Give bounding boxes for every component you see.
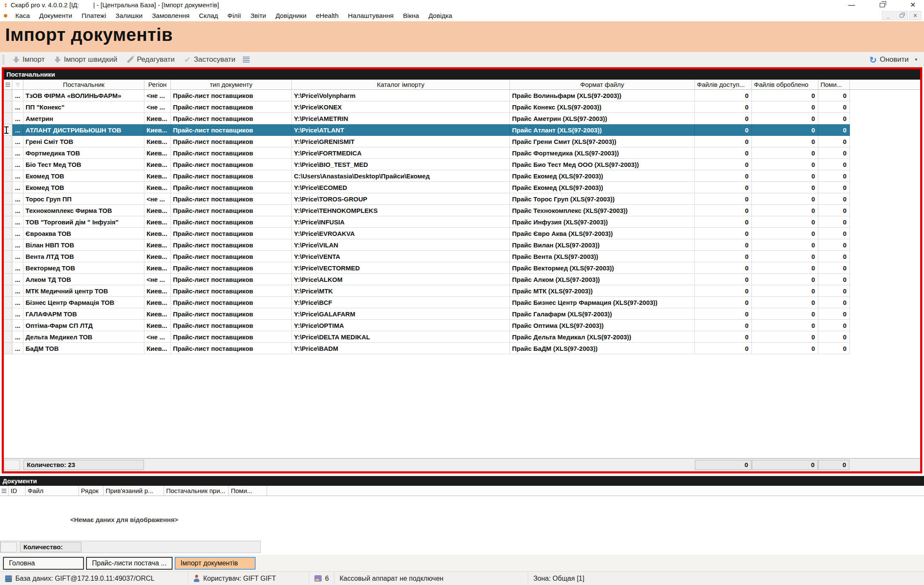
row-indicator[interactable]: [4, 205, 12, 216]
cell-supplier[interactable]: ПП "Конекс": [23, 101, 144, 113]
row-edit-dots-button[interactable]: ...: [12, 216, 23, 228]
cell-doc-type[interactable]: Прайс-лист поставщиков: [171, 262, 292, 274]
column-header[interactable]: Формат файлу: [510, 80, 695, 90]
cell-region[interactable]: Киев...: [144, 147, 171, 159]
cell-doc-type[interactable]: Прайс-лист поставщиков: [171, 285, 292, 297]
cell-file-format[interactable]: Прайс Екомед (XLS(97-2003)): [510, 182, 695, 193]
column-chooser-icon[interactable]: [243, 57, 250, 63]
cell-files-available[interactable]: 0: [695, 147, 752, 159]
supplier-row[interactable]: ...Вента ЛТД ТОВКиев...Прайс-лист постав…: [4, 251, 920, 262]
cell-doc-type[interactable]: Прайс-лист поставщиков: [171, 101, 292, 113]
menu-item[interactable]: Замовлення: [147, 10, 194, 21]
cell-file-format[interactable]: Прайс Грени Смит (XLS(97-2003)): [510, 136, 695, 147]
cell-file-format[interactable]: Прайс Євро Аква (XLS(97-2003)): [510, 228, 695, 239]
cell-file-format[interactable]: Прайс Био Тест Мед ООО (XLS(97-2003)): [510, 159, 695, 170]
supplier-row[interactable]: ...ГАЛАФАРМ ТОВКиев...Прайс-лист поставщ…: [4, 308, 920, 320]
cell-errors[interactable]: 0: [818, 251, 850, 262]
cell-errors[interactable]: 0: [818, 262, 850, 274]
cell-region[interactable]: Киев...: [144, 251, 171, 262]
cell-supplier[interactable]: Оптіма-Фарм СП ЛТД: [23, 320, 144, 331]
row-indicator[interactable]: [4, 262, 12, 274]
cell-files-processed[interactable]: 0: [752, 285, 818, 297]
refresh-button[interactable]: ↻ Оновити ▼: [869, 55, 924, 64]
row-edit-dots-button[interactable]: ...: [12, 113, 23, 124]
cell-doc-type[interactable]: Прайс-лист поставщиков: [171, 251, 292, 262]
column-header[interactable]: ID: [9, 486, 26, 496]
cell-region[interactable]: Киев...: [144, 136, 171, 147]
cell-files-available[interactable]: 0: [695, 159, 752, 170]
cell-errors[interactable]: 0: [818, 297, 850, 308]
cell-errors[interactable]: 0: [818, 239, 850, 251]
cell-supplier[interactable]: Алком ТД ТОВ: [23, 274, 144, 285]
cell-doc-type[interactable]: Прайс-лист поставщиков: [171, 113, 292, 124]
row-edit-dots-button[interactable]: ...: [12, 262, 23, 274]
cell-file-format[interactable]: Прайс Аметрин (XLS(97-2003)): [510, 113, 695, 124]
cell-import-catalog[interactable]: Y:\Price\TEHNOKOMPLEKS: [292, 205, 510, 216]
column-header[interactable]: Поми...: [818, 80, 850, 90]
supplier-row[interactable]: ...Дельта Медикел ТОВ<не ...Прайс-лист п…: [4, 331, 920, 343]
cell-supplier[interactable]: Вектормед ТОВ: [23, 262, 144, 274]
cell-files-available[interactable]: 0: [695, 205, 752, 216]
mdi-minimize-button[interactable]: _: [882, 11, 894, 20]
supplier-row[interactable]: ...ТзОВ ФІРМА «ВОЛИНЬФАРМ»<не ...Прайс-л…: [4, 90, 920, 101]
cell-region[interactable]: Киев...: [144, 228, 171, 239]
cell-doc-type[interactable]: Прайс-лист поставщиков: [171, 320, 292, 331]
cell-files-available[interactable]: 0: [695, 343, 752, 354]
menu-item[interactable]: Документи: [35, 10, 77, 21]
cell-supplier[interactable]: Технокомплекс Фирма ТОВ: [23, 205, 144, 216]
cell-region[interactable]: <не ...: [144, 331, 171, 343]
cell-region[interactable]: Киев...: [144, 124, 171, 136]
cell-files-available[interactable]: 0: [695, 182, 752, 193]
row-indicator[interactable]: [4, 193, 12, 205]
cell-file-format[interactable]: Прайс Оптима (XLS(97-2003)): [510, 320, 695, 331]
cell-files-processed[interactable]: 0: [752, 205, 818, 216]
column-header[interactable]: Регіон: [144, 80, 171, 90]
supplier-row[interactable]: ...Євроаква ТОВКиев...Прайс-лист поставщ…: [4, 228, 920, 239]
cell-supplier[interactable]: Екомед ТОВ: [23, 182, 144, 193]
row-indicator[interactable]: [4, 285, 12, 297]
supplier-row[interactable]: ...Бізнес Центр Фармація ТОВКиев...Прайс…: [4, 297, 920, 308]
supplier-row[interactable]: ...ТОВ "Торговий дім " Інфузія"Киев...Пр…: [4, 216, 920, 228]
cell-supplier[interactable]: ГАЛАФАРМ ТОВ: [23, 308, 144, 320]
cell-files-available[interactable]: 0: [695, 320, 752, 331]
cell-file-format[interactable]: Прайс Вилан (XLS(97-2003)): [510, 239, 695, 251]
edit-button[interactable]: Редагувати: [122, 53, 179, 66]
cell-files-available[interactable]: 0: [695, 90, 752, 101]
column-header[interactable]: [0, 486, 9, 496]
column-header[interactable]: Постачальник: [23, 80, 144, 90]
cell-file-format[interactable]: Прайс МТК (XLS(97-2003)): [510, 285, 695, 297]
menu-item[interactable]: Склад: [194, 10, 223, 21]
menu-item[interactable]: Довідка: [424, 10, 457, 21]
cell-doc-type[interactable]: Прайс-лист поставщиков: [171, 297, 292, 308]
row-indicator[interactable]: [4, 320, 12, 331]
mdi-close-button[interactable]: ✕: [909, 11, 921, 20]
supplier-row[interactable]: ...Торос Груп ПП<не ...Прайс-лист постав…: [4, 193, 920, 205]
menu-item[interactable]: eHealth: [311, 10, 343, 21]
cell-import-catalog[interactable]: Y:\Price\GRENISMIT: [292, 136, 510, 147]
column-header[interactable]: Каталог імпорту: [292, 80, 510, 90]
cell-doc-type[interactable]: Прайс-лист поставщиков: [171, 308, 292, 320]
import-button[interactable]: Імпорт: [8, 53, 49, 66]
cell-errors[interactable]: 0: [818, 320, 850, 331]
cell-errors[interactable]: 0: [818, 285, 850, 297]
cell-supplier[interactable]: Вілан НВП ТОВ: [23, 239, 144, 251]
row-indicator[interactable]: [4, 170, 12, 182]
cell-supplier[interactable]: Грені Сміт ТОВ: [23, 136, 144, 147]
row-edit-dots-button[interactable]: ...: [12, 182, 23, 193]
cell-files-available[interactable]: 0: [695, 308, 752, 320]
row-indicator[interactable]: [4, 90, 12, 101]
cell-files-available[interactable]: 0: [695, 193, 752, 205]
cell-files-processed[interactable]: 0: [752, 239, 818, 251]
row-edit-dots-button[interactable]: ...: [12, 228, 23, 239]
cell-region[interactable]: Киев...: [144, 216, 171, 228]
cell-file-format[interactable]: Прайс Вектормед (XLS(97-2003)): [510, 262, 695, 274]
cell-files-processed[interactable]: 0: [752, 216, 818, 228]
menu-item[interactable]: Каса: [11, 10, 35, 21]
cell-files-processed[interactable]: 0: [752, 320, 818, 331]
cell-supplier[interactable]: Торос Груп ПП: [23, 193, 144, 205]
menu-item[interactable]: Налаштування: [343, 10, 398, 21]
row-edit-dots-button[interactable]: ...: [12, 205, 23, 216]
cell-files-available[interactable]: 0: [695, 251, 752, 262]
cell-supplier[interactable]: МТК Медичний центр ТОВ: [23, 285, 144, 297]
cell-errors[interactable]: 0: [818, 182, 850, 193]
